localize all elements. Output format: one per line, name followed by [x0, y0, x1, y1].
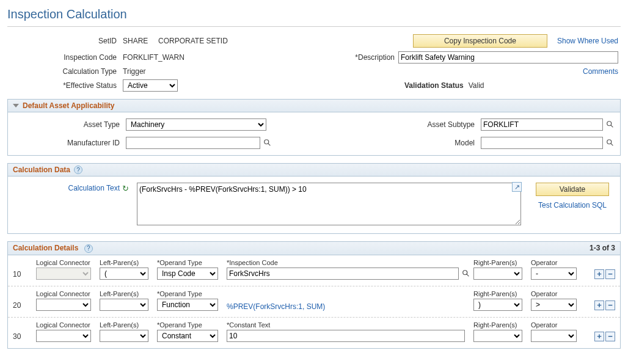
calculation-type-label: Calculation Type — [10, 67, 123, 76]
header-area: SetID SHARE CORPORATE SETID Copy Inspect… — [7, 34, 621, 99]
default-asset-header[interactable]: Default Asset Applicability — [8, 100, 620, 112]
left-paren-label: Left-Paren(s) — [100, 290, 155, 297]
validation-status-value: Valid — [469, 81, 484, 90]
svg-line-5 — [611, 144, 613, 146]
left-paren-select[interactable] — [100, 299, 148, 311]
inspection-code-value: FORKLIFT_WARN — [123, 53, 331, 62]
add-row-button[interactable]: + — [594, 300, 604, 310]
model-label: Model — [407, 139, 481, 147]
refresh-icon[interactable]: ↻ — [122, 183, 134, 193]
setid-label: SetID — [10, 37, 123, 45]
detail-row: 20Logical ConnectorLeft-Paren(s)Operand … — [8, 286, 620, 318]
operand-type-select[interactable]: Constant — [157, 330, 218, 342]
right-paren-select[interactable]: ) — [473, 299, 522, 311]
asset-subtype-input[interactable] — [481, 118, 603, 131]
svg-line-3 — [268, 144, 271, 146]
operand-type-label: Operand Type — [157, 290, 224, 297]
manufacturer-input[interactable] — [126, 137, 260, 149]
logical-connector-select[interactable] — [36, 330, 91, 342]
left-paren-label: Left-Paren(s) — [100, 321, 155, 329]
comments-link[interactable]: Comments — [583, 67, 618, 76]
logical-connector-select[interactable] — [36, 299, 91, 311]
effective-status-select[interactable]: Active — [123, 79, 178, 92]
calculation-data-section: Calculation Data ? Calculation Text ↻ (F… — [7, 163, 621, 234]
right-paren-label: Right-Paren(s) — [473, 259, 528, 266]
row-sequence: 10 — [13, 270, 34, 280]
calculation-text-link[interactable]: Calculation Text — [13, 183, 120, 192]
operand-type-label: Operand Type — [157, 259, 224, 266]
svg-point-0 — [607, 122, 612, 126]
logical-connector-label: Logical Connector — [36, 259, 97, 266]
add-row-button[interactable]: + — [594, 332, 604, 341]
operator-select[interactable] — [531, 330, 577, 342]
left-paren-select[interactable] — [100, 330, 148, 342]
right-paren-label: Right-Paren(s) — [473, 321, 528, 329]
help-icon[interactable]: ? — [74, 166, 82, 174]
operand-type-select[interactable]: Insp Code — [157, 268, 218, 280]
right-paren-label: Right-Paren(s) — [473, 290, 528, 297]
asset-type-select[interactable]: Machinery — [126, 118, 266, 131]
setid-desc: CORPORATE SETID — [158, 37, 228, 45]
operand-value-label: Constant Text — [227, 321, 471, 329]
operator-label: Operator — [531, 259, 580, 266]
left-paren-label: Left-Paren(s) — [100, 259, 155, 266]
calculation-details-header: Calculation Details ? 1-3 of 3 — [8, 242, 620, 255]
collapse-icon — [13, 104, 19, 107]
calculation-data-title: Calculation Data — [13, 166, 70, 174]
operand-type-label: Operand Type — [157, 321, 224, 329]
validation-status-label: Validation Status — [404, 81, 464, 90]
right-paren-select[interactable] — [473, 268, 522, 280]
logical-connector-select — [36, 268, 91, 280]
asset-subtype-label: Asset Subtype — [407, 120, 481, 129]
test-calc-sql-link[interactable]: Test Calculation SQL — [538, 201, 607, 209]
inspection-code-label: Inspection Code — [10, 53, 123, 62]
show-where-used-link[interactable]: Show Where Used — [557, 37, 618, 45]
help-icon[interactable]: ? — [84, 244, 93, 253]
row-count: 1-3 of 3 — [590, 244, 615, 252]
manufacturer-label: Manufacturer ID — [13, 139, 126, 147]
operator-select[interactable]: - — [531, 268, 577, 280]
lookup-icon[interactable] — [605, 138, 615, 148]
calculation-details-title: Calculation Details — [13, 244, 78, 252]
svg-line-1 — [611, 125, 613, 128]
asset-type-label: Asset Type — [13, 120, 126, 129]
copy-inspection-code-button[interactable]: Copy Inspection Code — [413, 34, 547, 48]
operand-type-select[interactable]: Function — [157, 299, 218, 311]
page-title: Inspection Calculation — [7, 5, 621, 27]
calculation-type-value: Trigger — [123, 67, 331, 76]
delete-row-button[interactable]: − — [605, 300, 615, 310]
function-link[interactable]: %PREV(ForkSrvcHrs:1, SUM) — [227, 302, 325, 311]
default-asset-title: Default Asset Applicability — [23, 101, 114, 110]
logical-connector-label: Logical Connector — [36, 321, 97, 329]
lookup-icon[interactable] — [605, 120, 615, 129]
lookup-icon[interactable] — [461, 269, 471, 278]
operator-select[interactable]: > — [531, 299, 577, 311]
delete-row-button[interactable]: − — [605, 269, 615, 279]
svg-point-4 — [607, 140, 612, 144]
default-asset-section: Default Asset Applicability Asset Type M… — [7, 99, 621, 156]
model-input[interactable] — [481, 137, 603, 149]
logical-connector-label: Logical Connector — [36, 290, 97, 297]
calculation-data-header: Calculation Data ? — [8, 164, 620, 177]
svg-line-7 — [467, 274, 469, 276]
setid-value: SHARE CORPORATE SETID — [123, 37, 331, 45]
calculation-text-input[interactable]: (ForkSrvcHrs - %PREV(ForkSrvcHrs:1, SUM)… — [137, 183, 521, 225]
svg-point-6 — [463, 270, 467, 274]
validate-button[interactable]: Validate — [536, 183, 609, 196]
left-paren-select[interactable]: ( — [100, 268, 148, 280]
operand-value-label: Inspection Code — [227, 259, 471, 266]
details-body: 10Logical ConnectorLeft-Paren(s)(Operand… — [8, 255, 620, 348]
delete-row-button[interactable]: − — [605, 332, 615, 341]
description-input[interactable] — [398, 51, 618, 64]
operator-label: Operator — [531, 290, 580, 297]
effective-status-label: Effective Status — [10, 81, 123, 90]
detail-row: 30Logical ConnectorLeft-Paren(s)Operand … — [8, 318, 620, 348]
lookup-icon[interactable] — [263, 138, 272, 148]
inspection-code-input[interactable] — [227, 268, 459, 280]
row-sequence: 30 — [13, 332, 34, 342]
description-label: *Description — [355, 53, 395, 62]
popout-icon[interactable]: ↗ — [512, 182, 522, 192]
right-paren-select[interactable] — [473, 330, 522, 342]
add-row-button[interactable]: + — [594, 269, 604, 279]
constant-text-input[interactable] — [227, 330, 465, 342]
